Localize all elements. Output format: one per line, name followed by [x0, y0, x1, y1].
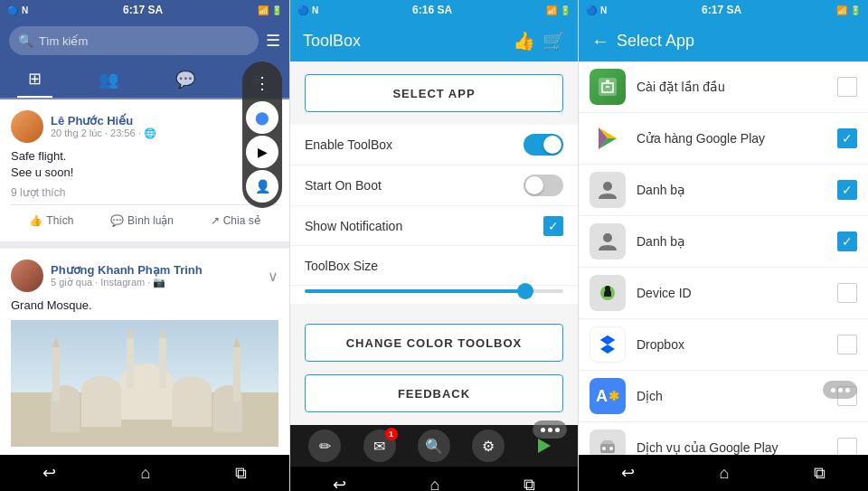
sa-checkbox-4[interactable]	[837, 283, 857, 303]
sa-app-name-7: Dịch vụ của Google Play	[637, 440, 826, 455]
sa-app-icon-4	[590, 275, 626, 311]
fb-nav-back[interactable]: ↩	[42, 463, 56, 483]
sa-app-name-0: Cài đặt lần đầu	[637, 80, 826, 94]
fb-post2-expand[interactable]: ∨	[268, 268, 278, 285]
select-app-panel: 🔵 N 6:17 SA 📶 🔋 ← Select App	[579, 0, 868, 491]
fb-share-btn[interactable]: ↗ Chia sẻ	[203, 211, 268, 231]
tb-cart-icon[interactable]: 🛒	[542, 30, 565, 52]
tb-notification-row: Show Notification ✓	[290, 206, 578, 246]
tb-boot-label: Start On Boot	[305, 178, 524, 193]
tb-task-settings[interactable]: ⚙	[472, 430, 505, 462]
sa-checkbox-0[interactable]	[837, 77, 857, 97]
tb-enable-toggle[interactable]	[524, 134, 563, 156]
svg-point-39	[609, 447, 613, 450]
tb-select-app-button[interactable]: SELECT APP	[305, 74, 563, 112]
sa-battery-icon: 🔋	[850, 5, 861, 15]
tb-task-edit[interactable]: ✏	[308, 430, 341, 462]
fb-clock: 6:17 SA	[123, 4, 163, 16]
svg-rect-17	[127, 338, 134, 388]
sa-checkbox-5[interactable]	[837, 335, 857, 354]
tb-bottom-nav: ↩ ⌂ ⧉	[290, 467, 578, 491]
sa-back-button[interactable]: ←	[591, 31, 609, 52]
tb-battery-icon: 🔋	[560, 5, 571, 15]
fb-nav-home[interactable]: ⊞	[17, 61, 52, 98]
fb-nav-messages[interactable]: 💬	[165, 62, 206, 97]
fb-post2-name: Phương Khanh Phạm Trinh	[51, 263, 260, 277]
fb-search-placeholder: Tìm kiếm	[39, 34, 88, 48]
fb-nav-recent[interactable]: ⧉	[235, 464, 247, 483]
fb-header: 🔍 Tìm kiếm ☰	[0, 20, 289, 61]
tb-nav-back[interactable]: ↩	[333, 475, 346, 491]
share-icon: ↗	[211, 214, 220, 227]
sa-checkbox-3[interactable]: ✓	[837, 231, 857, 251]
float-dots-btn[interactable]: ⋮	[246, 67, 278, 99]
sa-app-item-0: Cài đặt lần đầu	[579, 61, 868, 113]
tb-size-row: ToolBox Size	[290, 246, 578, 286]
tb-notification-label: Show Notification	[305, 219, 543, 233]
sa-bottom-nav: ↩ ⌂ ⧉	[579, 455, 868, 491]
fb-like-btn[interactable]: 👍 Thích	[22, 211, 80, 231]
sa-checkbox-2[interactable]: ✓	[837, 180, 857, 200]
sa-title: Select App	[617, 32, 694, 51]
comment-icon: 💬	[110, 214, 124, 227]
svg-marker-37	[600, 440, 615, 444]
sa-clock: 6:17 SA	[702, 4, 741, 16]
tb-change-color-button[interactable]: CHANGE COLOR TOOLBOX	[305, 324, 563, 362]
float-contacts-btn[interactable]: 👤	[246, 170, 278, 203]
fb-post1-time: 20 thg 2 lúc · 23:56 · 🌐	[51, 127, 260, 139]
tb-status-icons-right: 📶 🔋	[546, 5, 571, 15]
svg-point-31	[603, 233, 612, 242]
tb-bluetooth-icon: 🔵	[297, 5, 308, 15]
float-play-btn[interactable]: ▶	[246, 136, 278, 168]
svg-rect-13	[52, 347, 60, 401]
fb-status-icons-left: 🔵 N	[7, 5, 28, 15]
tb-like-icon[interactable]: 👍	[513, 30, 535, 52]
battery-icon: 🔋	[271, 5, 282, 15]
svg-rect-6	[81, 391, 121, 427]
tb-boot-toggle[interactable]	[524, 175, 563, 196]
fb-post2-text: Grand Mosque.	[11, 297, 278, 314]
bluetooth-icon: 🔵	[7, 5, 18, 15]
tb-dot-3	[555, 428, 560, 432]
tb-nav-home[interactable]: ⌂	[430, 476, 440, 492]
sa-nav-back[interactable]: ↩	[621, 463, 635, 483]
tb-slider-fill	[305, 289, 524, 293]
fb-search-box[interactable]: 🔍 Tìm kiếm	[9, 26, 259, 55]
fb-nav-home-hw[interactable]: ⌂	[141, 464, 151, 483]
sa-nav-home[interactable]: ⌂	[720, 464, 730, 483]
tb-clock: 6:16 SA	[412, 4, 452, 16]
fb-post1-actions: 👍 Thích 💬 Bình luận ↗ Chia sẻ	[11, 204, 278, 231]
sa-status-icons-right: 📶 🔋	[836, 5, 861, 15]
sa-app-item-6: A ✱ Dịch	[579, 371, 868, 422]
tb-header: ToolBox 👍 🛒	[290, 20, 578, 61]
tb-enable-row: Enable ToolBox	[290, 125, 578, 165]
tb-feedback-button[interactable]: FEEDBACK	[305, 374, 563, 412]
sa-app-item-7: Dịch vụ của Google Play	[579, 422, 868, 455]
fb-status-bar: 🔵 N 6:17 SA 📶 🔋	[0, 0, 289, 20]
search-icon: 🔍	[18, 33, 33, 48]
sa-nav-recent[interactable]: ⧉	[814, 464, 826, 483]
svg-rect-15	[233, 347, 241, 401]
sa-app-name-1: Cửa hàng Google Play	[637, 131, 826, 146]
tb-notification-checkbox[interactable]: ✓	[543, 216, 563, 236]
tb-task-search[interactable]: 🔍	[418, 430, 450, 462]
tb-task-mail[interactable]: ✉ 1	[363, 430, 396, 462]
fb-post-2: Phương Khanh Phạm Trinh 5 giờ qua · Inst…	[0, 249, 289, 455]
sa-app-icon-7	[590, 430, 626, 455]
fb-nav-friends[interactable]: 👥	[88, 62, 129, 97]
tb-task-play[interactable]	[527, 430, 560, 462]
float-chrome-btn[interactable]: ⬤	[246, 101, 278, 134]
sa-checkbox-1[interactable]: ✓	[837, 128, 857, 148]
sa-app-item-3: Danh bạ ✓	[579, 216, 868, 268]
fb-menu-icon[interactable]: ☰	[266, 31, 280, 51]
tb-slider-thumb[interactable]	[517, 283, 533, 299]
tb-size-label: ToolBox Size	[305, 259, 563, 273]
fb-post1-avatar	[11, 110, 43, 143]
tb-signal-icon: 📶	[546, 5, 557, 15]
sa-dot-1	[831, 388, 835, 392]
sa-checkbox-7[interactable]	[837, 438, 857, 455]
fb-post1-likes: 9 lượt thích	[11, 186, 278, 199]
tb-nav-recent[interactable]: ⧉	[524, 476, 535, 492]
fb-comment-btn[interactable]: 💬 Bình luận	[103, 211, 181, 231]
sa-app-item-2: Danh bạ ✓	[579, 165, 868, 216]
